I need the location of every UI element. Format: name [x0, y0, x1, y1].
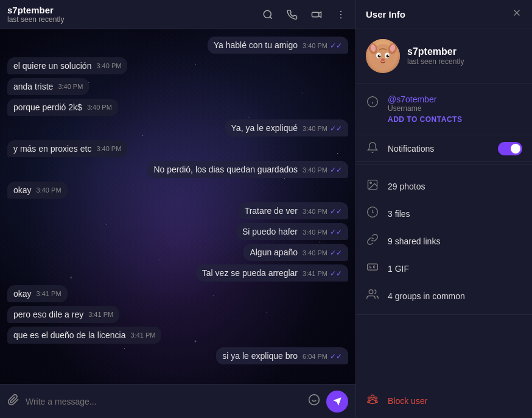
message-row: Algun apaño3:40 PM✓✓ [7, 244, 348, 261]
message-bubble: Tal vez se pueda arreglar3:41 PM✓✓ [196, 264, 348, 282]
message-meta: 3:40 PM✓✓ [303, 207, 342, 216]
avatar-face [366, 39, 400, 73]
message-text: okay [13, 185, 32, 195]
user-last-seen: last seen recently [407, 57, 464, 66]
message-row: y más en proxies etc3:40 PM [7, 140, 348, 157]
user-info-header: User Info [356, 0, 532, 29]
gif-row[interactable]: 1 GIF [356, 255, 532, 282]
block-user-row[interactable]: Block user [366, 388, 522, 413]
message-meta: 3:41 PM [37, 290, 61, 297]
message-meta: 6:04 PM✓✓ [303, 352, 342, 361]
svg-point-26 [370, 182, 372, 184]
notifications-toggle[interactable] [498, 142, 522, 155]
message-text: que es el dueño de la licencia [13, 330, 125, 340]
chat-header-info: s7ptember last seen recently [7, 5, 64, 24]
call-icon[interactable] [285, 7, 299, 22]
svg-point-21 [381, 58, 385, 61]
message-meta: 3:41 PM [130, 331, 155, 339]
message-meta: 3:40 PM [37, 186, 61, 194]
message-ticks: ✓✓ [330, 352, 342, 361]
notifications-label: Notifications [388, 144, 489, 154]
message-time: 3:40 PM [303, 42, 327, 49]
toggle-knob [511, 144, 520, 154]
message-meta: 3:40 PM [96, 145, 121, 152]
svg-point-20 [388, 55, 389, 56]
emoji-icon[interactable] [308, 394, 320, 409]
message-time: 3:40 PM [303, 208, 327, 215]
bell-icon [366, 141, 379, 157]
search-icon[interactable] [261, 7, 275, 22]
message-text: anda triste [13, 82, 53, 91]
files-row[interactable]: 3 files [356, 200, 532, 227]
gif-icon [366, 261, 379, 276]
username-row: @s7otember Username ADD TO CONTACTS [366, 91, 522, 127]
photos-label: 29 photos [388, 182, 425, 191]
message-meta: 3:40 PM✓✓ [303, 166, 342, 174]
message-row: pero eso dile a rey3:41 PM [7, 306, 348, 323]
user-profile-section: s7ptember last seen recently [356, 29, 532, 83]
groups-icon [366, 288, 379, 303]
message-time: 3:40 PM [37, 186, 61, 194]
svg-point-17 [378, 55, 381, 58]
svg-point-29 [369, 290, 373, 294]
message-bubble: No perdió, los dias quedan guardados3:40… [147, 161, 348, 178]
links-label: 9 shared links [388, 236, 440, 246]
files-label: 3 files [388, 209, 410, 219]
video-icon[interactable] [309, 7, 324, 22]
message-bubble: porque perdió 2k$3:40 PM [7, 99, 118, 116]
svg-point-0 [264, 10, 271, 18]
message-meta: 3:40 PM✓✓ [303, 228, 342, 236]
message-text: y más en proxies etc [13, 144, 91, 154]
chat-background: Ya hablé con tu amigo3:40 PM✓✓el quiere … [0, 29, 355, 384]
block-section: Block user [356, 383, 532, 418]
user-info-panel: User Info [355, 0, 532, 418]
message-time: 3:40 PM [58, 83, 83, 90]
attach-icon[interactable] [7, 394, 19, 409]
send-button[interactable] [326, 391, 348, 413]
message-time: 3:40 PM [303, 249, 327, 257]
message-row: porque perdió 2k$3:40 PM [7, 99, 348, 116]
info-circle-icon [366, 96, 379, 111]
links-row[interactable]: 9 shared links [356, 227, 532, 255]
message-time: 3:40 PM [303, 166, 327, 174]
message-row: anda triste3:40 PM [7, 78, 348, 95]
message-text: Tratare de ver [245, 206, 298, 216]
message-time: 3:41 PM [303, 270, 327, 277]
message-row: Si puedo hafer3:40 PM✓✓ [7, 223, 348, 240]
message-text: Algun apaño [250, 247, 298, 257]
message-meta: 3:40 PM [58, 83, 83, 90]
message-text: el quiere un solución [13, 61, 91, 71]
user-name-section: s7ptember last seen recently [407, 46, 464, 66]
username-content: @s7otember Username ADD TO CONTACTS [388, 94, 462, 124]
photos-row[interactable]: 29 photos [356, 172, 532, 200]
chat-panel: s7ptember last seen recently [0, 0, 355, 418]
groups-row[interactable]: 4 groups in common [356, 282, 532, 310]
message-bubble: pero eso dile a rey3:41 PM [7, 306, 119, 323]
message-row: No perdió, los dias quedan guardados3:40… [7, 161, 348, 178]
message-text: porque perdió 2k$ [13, 102, 82, 112]
gif-label: 1 GIF [388, 264, 409, 274]
divider-1 [356, 165, 532, 165]
groups-label: 4 groups in common [388, 291, 465, 301]
chat-header-status: last seen recently [7, 15, 64, 24]
message-input[interactable] [26, 397, 302, 406]
message-time: 3:40 PM [303, 228, 327, 236]
message-bubble: Si puedo hafer3:40 PM✓✓ [236, 223, 348, 240]
message-bubble: okay3:41 PM [7, 285, 68, 302]
chat-header: s7ptember last seen recently [0, 0, 355, 29]
message-row: okay3:41 PM [7, 285, 348, 302]
message-bubble: anda triste3:40 PM [7, 78, 89, 95]
message-meta: 3:40 PM✓✓ [303, 41, 342, 50]
user-info-title: User Info [366, 9, 405, 19]
avatar [366, 39, 400, 73]
more-icon[interactable] [334, 7, 348, 22]
message-row: que es el dueño de la licencia3:41 PM [7, 327, 348, 344]
message-ticks: ✓✓ [330, 228, 342, 236]
message-time: 3:41 PM [130, 331, 155, 339]
username-label: Username [388, 104, 462, 113]
message-ticks: ✓✓ [330, 207, 342, 216]
add-to-contacts-button[interactable]: ADD TO CONTACTS [388, 113, 462, 124]
message-text: Ya hablé con tu amigo [214, 40, 298, 50]
message-time: 3:41 PM [37, 290, 61, 297]
close-icon[interactable] [511, 7, 522, 21]
